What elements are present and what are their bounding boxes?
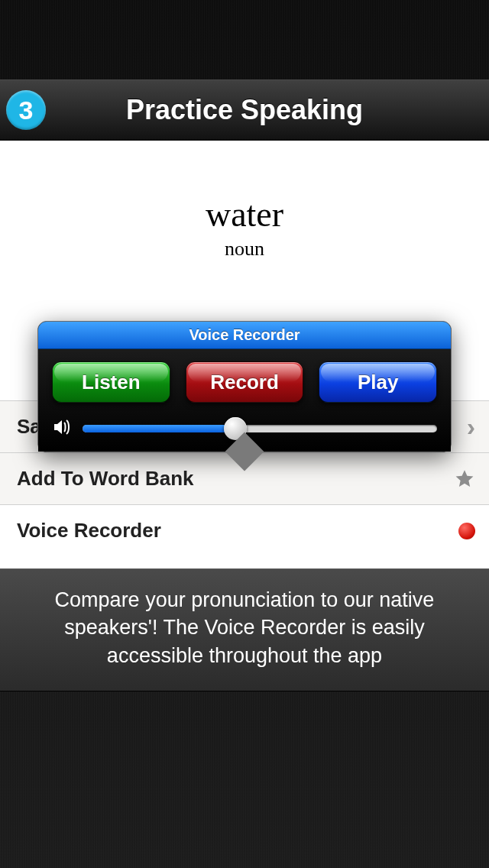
row-voice-recorder[interactable]: Voice Recorder bbox=[0, 504, 489, 556]
caption-bar: Compare your pronunciation to our native… bbox=[0, 568, 489, 691]
row-label: Add To Word Bank bbox=[17, 467, 194, 491]
recorder-button-row: Listen Record Play bbox=[52, 361, 437, 403]
volume-slider[interactable] bbox=[83, 425, 437, 432]
volume-icon bbox=[52, 419, 72, 438]
page-title: Practice Speaking bbox=[0, 94, 489, 126]
star-icon bbox=[454, 468, 475, 490]
step-badge: 3 bbox=[6, 90, 46, 130]
content-panel: water noun Sa › Add To Word Bank Voice R… bbox=[0, 141, 489, 568]
record-button[interactable]: Record bbox=[186, 361, 304, 403]
header-bar: 3 Practice Speaking bbox=[0, 79, 489, 141]
button-label: Play bbox=[358, 371, 399, 394]
button-label: Listen bbox=[82, 371, 141, 394]
voice-recorder-popover: Voice Recorder Listen Record Play bbox=[37, 321, 452, 452]
row-label: Voice Recorder bbox=[17, 519, 161, 542]
word-card: water noun bbox=[0, 141, 489, 261]
volume-slider-fill bbox=[83, 425, 235, 432]
top-textured-strip bbox=[0, 0, 489, 79]
caption-text: Compare your pronunciation to our native… bbox=[55, 588, 435, 667]
record-dot-icon bbox=[458, 523, 475, 539]
word-part-of-speech: noun bbox=[0, 238, 489, 261]
button-label: Record bbox=[210, 371, 279, 394]
play-button[interactable]: Play bbox=[319, 361, 437, 403]
step-number: 3 bbox=[19, 96, 34, 125]
popover-title: Voice Recorder bbox=[38, 322, 451, 349]
word-text: water bbox=[0, 194, 489, 235]
chevron-right-icon: › bbox=[467, 412, 475, 442]
listen-button[interactable]: Listen bbox=[52, 361, 170, 403]
